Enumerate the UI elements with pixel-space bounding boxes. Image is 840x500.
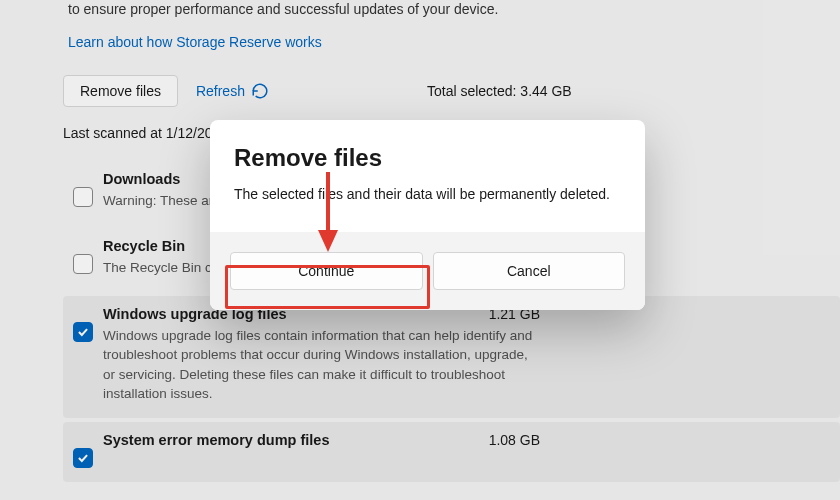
checkbox[interactable] (73, 254, 93, 274)
checkbox[interactable] (73, 187, 93, 207)
item-title: System error memory dump files (103, 432, 820, 448)
refresh-label: Refresh (196, 83, 245, 99)
continue-button[interactable]: Continue (230, 252, 423, 290)
item-desc: Windows upgrade log files contain inform… (103, 326, 533, 404)
remove-files-button[interactable]: Remove files (63, 75, 178, 107)
dialog-text: The selected files and their data will b… (234, 186, 621, 202)
toolbar: Remove files Refresh Total selected: 3.4… (63, 75, 840, 107)
total-value: 3.44 GB (520, 83, 571, 99)
list-item[interactable]: System error memory dump files 1.08 GB (63, 422, 840, 482)
learn-link[interactable]: Learn about how Storage Reserve works (68, 34, 322, 50)
list-item[interactable]: Windows upgrade log files Windows upgrad… (63, 296, 840, 418)
total-selected: Total selected: 3.44 GB (427, 83, 572, 99)
checkbox[interactable] (73, 322, 93, 342)
remove-files-dialog: Remove files The selected files and thei… (210, 120, 645, 310)
cancel-button[interactable]: Cancel (433, 252, 626, 290)
checkbox[interactable] (73, 448, 93, 468)
item-size: 1.08 GB (489, 432, 540, 448)
refresh-icon (251, 82, 269, 100)
intro-text: to ensure proper performance and success… (68, 0, 820, 20)
total-prefix: Total selected: (427, 83, 520, 99)
dialog-title: Remove files (234, 144, 621, 172)
refresh-button[interactable]: Refresh (196, 82, 269, 100)
